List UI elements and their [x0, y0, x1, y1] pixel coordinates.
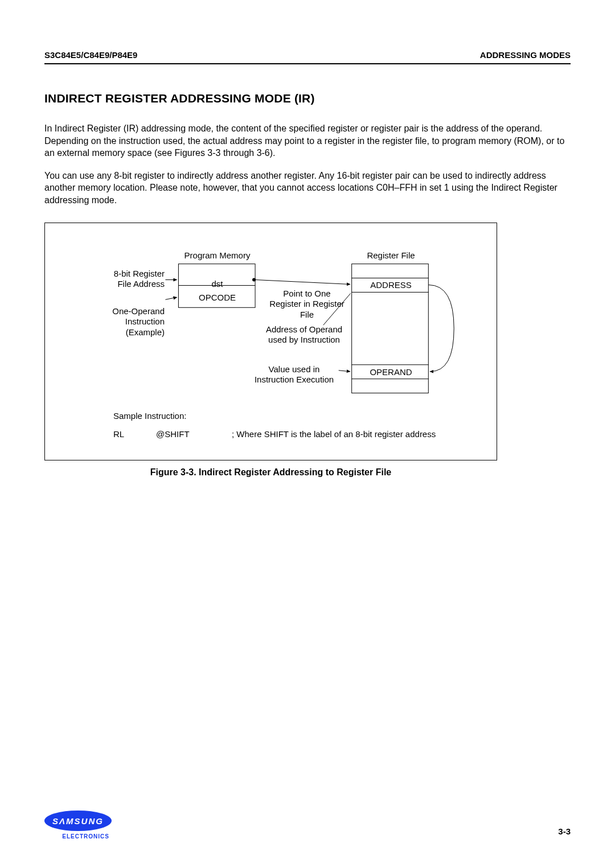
header-rule: [44, 63, 571, 64]
figure-3-3: Program Memory Register File 8-bit Regis…: [44, 223, 497, 460]
header-right: ADDRESSING MODES: [480, 50, 571, 60]
paragraph-2: You can use any 8-bit register to indire…: [44, 170, 571, 207]
samsung-logo: SΛMSUNG ELECTRONICS: [44, 811, 112, 840]
label-value-used: Value used in Instruction Execution: [247, 364, 341, 386]
label-addr-of-operand: Address of Operand used by Instruction: [256, 324, 352, 346]
cell-dst: dst: [179, 279, 256, 290]
cell-operand: OPERAND: [352, 367, 429, 378]
sample-instruction-label: Sample Instruction:: [113, 411, 186, 422]
label-8bit-register: 8-bit Register File Address: [79, 269, 165, 290]
sample-shift: @SHIFT: [156, 429, 190, 440]
cell-address: ADDRESS: [352, 280, 429, 291]
cell-opcode: OPCODE: [179, 293, 256, 303]
samsung-logo-sub: ELECTRONICS: [44, 833, 112, 840]
header-left: S3C84E5/C84E9/P84E9: [44, 50, 137, 60]
sample-comment: ; Where SHIFT is the label of an 8-bit r…: [232, 429, 436, 440]
paragraph-1: In Indirect Register (IR) addressing mod…: [44, 122, 571, 159]
page-number: 3-3: [558, 826, 571, 836]
samsung-logo-oval: SΛMSUNG: [44, 811, 112, 831]
figure-caption: Figure 3-3. Indirect Register Addressing…: [44, 467, 497, 478]
page-footer: SΛMSUNG ELECTRONICS 3-3: [44, 811, 571, 841]
label-point-to-one: Point to One Register in Register File: [261, 289, 352, 320]
section-title: INDIRECT REGISTER ADDRESSING MODE (IR): [44, 92, 571, 105]
label-one-operand: One-Operand Instruction (Example): [79, 306, 165, 338]
svg-line-10: [165, 297, 177, 299]
label-register-file: Register File: [352, 250, 429, 261]
label-program-memory: Program Memory: [179, 250, 256, 261]
sample-rl: RL: [113, 429, 124, 440]
svg-line-9: [255, 279, 350, 284]
